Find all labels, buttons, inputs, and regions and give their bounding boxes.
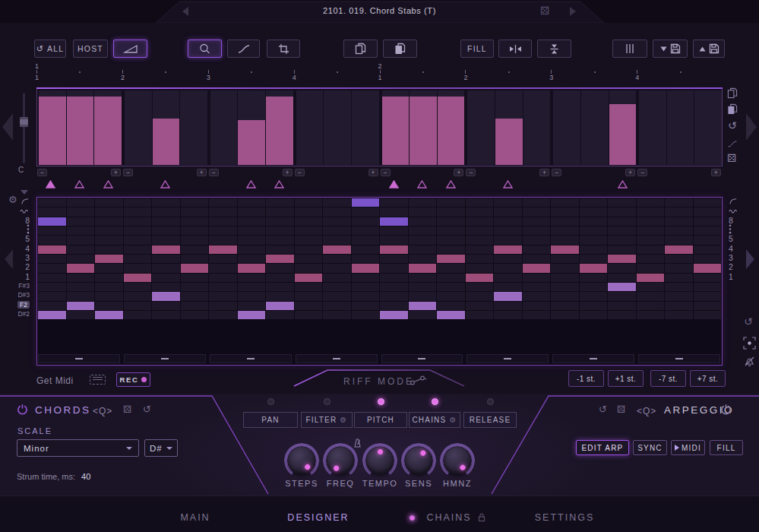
grid-cell[interactable] [551,274,579,282]
knob-tempo[interactable] [362,443,397,478]
grid-cell[interactable] [266,292,294,300]
param-button-filter[interactable]: FILTER⚙ [301,412,353,428]
grid-cell[interactable] [551,255,579,263]
grid-cell[interactable] [95,198,123,207]
stepper-button[interactable]: -1 st. [568,370,604,387]
grid-cell[interactable] [665,292,693,300]
arp-browse-control[interactable]: <Q> [637,406,656,416]
grid-cell[interactable] [608,207,636,216]
grid-cell[interactable] [152,311,180,319]
grid-cell[interactable] [409,236,437,244]
grid-cell[interactable] [551,236,579,244]
grid-cell[interactable] [494,255,522,263]
grid-cell[interactable] [437,217,465,226]
grid-cell[interactable] [95,207,123,216]
grid-cell[interactable] [494,226,522,235]
group-minus-button[interactable]: − [209,169,219,176]
group-plus-button[interactable]: + [368,169,378,176]
grid-cell[interactable] [466,264,494,272]
group-minus-button[interactable]: − [295,169,305,176]
grid-cell[interactable] [637,236,665,244]
grid-cell[interactable] [67,311,95,319]
grid-cell[interactable] [352,264,380,272]
chord-trigger-marker[interactable] [74,180,84,188]
grid-cell[interactable] [409,217,437,226]
gear-icon[interactable]: ⚙ [449,416,457,424]
grid-cell[interactable] [67,217,95,226]
arp-button-midi[interactable]: MIDI [671,440,705,455]
knob-sens[interactable] [401,443,436,478]
velocity-bar[interactable] [438,97,465,165]
grid-cell[interactable] [124,245,152,254]
grid-cell[interactable] [380,311,408,319]
grid-cell[interactable] [295,283,323,291]
grid-cell[interactable] [608,292,636,300]
grid-cell[interactable] [665,236,693,244]
grid-cell[interactable] [323,226,351,235]
grid-cell[interactable] [523,198,551,207]
root-select[interactable]: D# [144,439,178,457]
grid-cell[interactable] [209,311,237,319]
grid-cell[interactable] [580,264,608,272]
fill-button[interactable]: FILL [460,40,494,58]
grid-cell[interactable] [437,302,465,310]
vel-undo-icon[interactable]: ↺ [728,120,737,131]
grid-cell[interactable] [409,311,437,319]
host-button[interactable]: HOST [73,40,108,58]
grid-cell[interactable] [181,207,209,216]
grid-cell[interactable] [323,283,351,291]
grid-cell[interactable] [266,198,294,207]
grid-cell[interactable] [181,198,209,207]
grid-cell[interactable] [238,226,266,235]
grid-cell[interactable] [67,236,95,244]
chord-trigger-marker[interactable] [389,180,399,188]
chord-trigger-marker[interactable] [274,180,284,188]
velocity-step[interactable] [39,90,66,165]
grid-cell[interactable] [95,245,123,254]
group-minus-button[interactable]: − [637,169,647,176]
grid-cell[interactable] [580,274,608,282]
mirror-button[interactable] [498,40,532,58]
strum-time-value[interactable]: 40 [81,472,90,481]
velocity-step[interactable] [410,90,437,165]
grid-cell[interactable] [694,245,722,254]
grid-cell[interactable] [637,274,665,282]
chords-undo-icon[interactable]: ↺ [143,404,151,415]
grid-cell[interactable] [295,198,323,207]
velocity-bar[interactable] [495,119,523,165]
velocity-step[interactable] [694,90,722,165]
grid-cell[interactable] [181,292,209,300]
grid-cell[interactable] [466,311,494,319]
velocity-bar[interactable] [39,97,66,165]
grid-cell[interactable] [295,302,323,310]
grid-cell[interactable] [523,274,551,282]
grid-cell[interactable] [124,226,152,235]
grid-cell[interactable] [694,311,722,319]
chord-trigger-marker[interactable] [417,180,427,188]
grid-cell[interactable] [266,217,294,226]
velocity-step[interactable] [639,90,666,165]
stepper-button[interactable]: -7 st. [650,370,686,387]
grid-cell[interactable] [380,274,408,282]
grid-cell[interactable] [238,207,266,216]
grid-cell[interactable] [323,292,351,300]
grid-cell[interactable] [181,217,209,226]
grid-cell[interactable] [67,274,95,282]
octave-slider-track[interactable] [23,93,25,163]
grid-cell[interactable] [295,274,323,282]
grid-cell[interactable] [523,311,551,319]
tab-settings[interactable]: SETTINGS [535,512,595,523]
grid-cell[interactable] [352,236,380,244]
grid-cell[interactable] [124,283,152,291]
grid-cell[interactable] [124,274,152,282]
grid-cell[interactable] [551,198,579,207]
grid-cell[interactable] [38,255,66,263]
grid-cell[interactable] [665,283,693,291]
velocity-step[interactable] [153,90,180,165]
grid-cell[interactable] [580,198,608,207]
grid-cell[interactable] [266,236,294,244]
grid-cell[interactable] [95,236,123,244]
velocity-step[interactable] [523,90,551,165]
velocity-step[interactable] [667,90,694,165]
grid-cell[interactable] [380,198,408,207]
